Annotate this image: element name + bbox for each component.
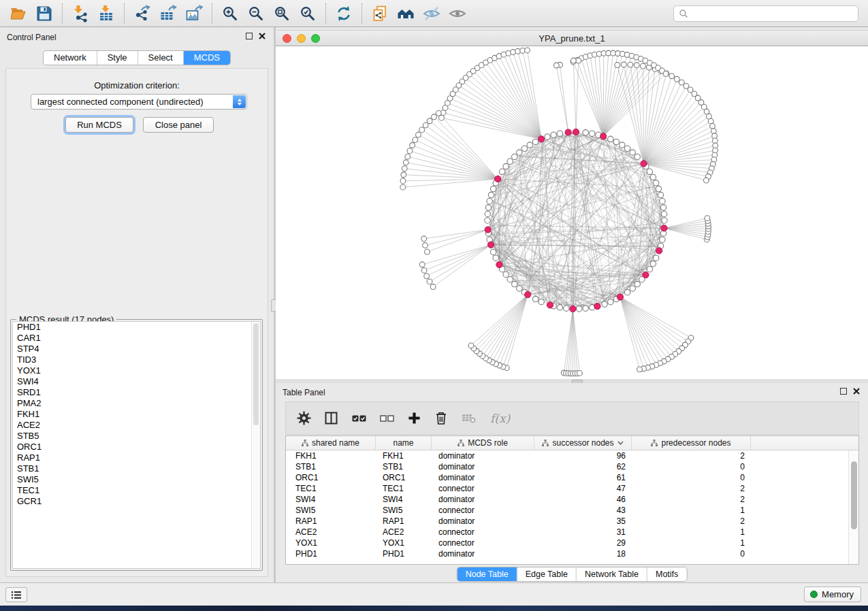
network-node[interactable] <box>564 306 569 311</box>
mcds-node-item[interactable]: FKH1 <box>13 409 260 420</box>
network-node[interactable] <box>427 118 432 124</box>
network-node[interactable] <box>532 296 538 301</box>
network-node[interactable] <box>410 143 415 148</box>
network-node[interactable] <box>423 122 428 128</box>
network-node[interactable] <box>407 148 413 154</box>
table-row[interactable]: SWI5SWI5connector431 <box>286 505 858 516</box>
close-panel-icon[interactable] <box>853 388 860 395</box>
network-node[interactable] <box>545 134 550 139</box>
mcds-node-item[interactable]: STP4 <box>13 344 260 354</box>
network-hub-node[interactable] <box>525 291 531 297</box>
table-row[interactable]: PHD1PHD1dominator180 <box>286 548 858 559</box>
network-node[interactable] <box>710 123 716 129</box>
network-hub-node[interactable] <box>656 248 662 254</box>
network-node[interactable] <box>423 243 428 248</box>
mcds-node-item[interactable]: SRD1 <box>13 387 260 398</box>
network-node[interactable] <box>490 249 496 254</box>
table-row[interactable]: TEC1TEC1connector472 <box>286 483 858 494</box>
network-node[interactable] <box>487 199 492 204</box>
network-node[interactable] <box>712 133 718 139</box>
column-header-predecessor-nodes[interactable]: predecessor nodes <box>632 436 751 450</box>
network-node[interactable] <box>634 154 640 159</box>
network-node[interactable] <box>557 131 562 136</box>
network-node[interactable] <box>401 172 406 178</box>
network-node[interactable] <box>507 277 513 282</box>
network-node[interactable] <box>662 218 667 223</box>
network-node[interactable] <box>628 62 633 67</box>
mcds-list-scrollbar[interactable] <box>251 322 260 568</box>
mcds-node-item[interactable]: STB1 <box>13 463 260 474</box>
scrollbar-thumb[interactable] <box>851 461 857 529</box>
network-node[interactable] <box>419 127 425 133</box>
tab-edge-table[interactable]: Edge Table <box>517 567 577 581</box>
zoom-selected-button[interactable] <box>295 2 321 25</box>
search-box[interactable] <box>673 5 858 22</box>
network-node[interactable] <box>650 174 656 180</box>
network-node[interactable] <box>654 255 659 261</box>
task-history-button[interactable] <box>5 587 27 602</box>
network-node[interactable] <box>615 63 620 68</box>
network-node[interactable] <box>405 154 411 159</box>
network-node[interactable] <box>620 142 625 148</box>
network-node[interactable] <box>413 137 418 143</box>
tab-mcds[interactable]: MCDS <box>184 51 230 65</box>
export-image-button[interactable] <box>181 2 207 25</box>
network-node[interactable] <box>403 160 408 165</box>
mcds-node-item[interactable]: PMA2 <box>13 398 260 409</box>
network-node[interactable] <box>570 58 576 63</box>
network-node[interactable] <box>660 237 665 242</box>
tab-motifs[interactable]: Motifs <box>647 567 686 581</box>
network-node[interactable] <box>488 192 494 197</box>
network-node[interactable] <box>507 159 513 164</box>
network-hub-node[interactable] <box>547 302 553 308</box>
network-node[interactable] <box>583 130 588 135</box>
mcds-node-item[interactable]: TEC1 <box>13 485 260 496</box>
network-node[interactable] <box>425 249 430 254</box>
mcds-node-item[interactable]: PHD1 <box>13 322 260 333</box>
close-panel-button[interactable]: Close panel <box>143 117 214 133</box>
network-hub-node[interactable] <box>600 133 607 139</box>
import-network-button[interactable] <box>67 2 93 25</box>
select-all-columns-button[interactable] <box>352 413 366 424</box>
table-row[interactable]: YOX1YOX1connector291 <box>286 538 858 548</box>
network-node[interactable] <box>551 132 556 137</box>
zoom-out-button[interactable] <box>243 2 269 25</box>
network-node[interactable] <box>432 114 437 120</box>
table-row[interactable]: RAP1RAP1dominator352 <box>286 516 858 527</box>
run-mcds-button[interactable]: Run MCDS <box>65 117 133 133</box>
mcds-node-item[interactable]: STB5 <box>13 431 260 442</box>
table-row[interactable]: FKH1FKH1dominator962 <box>286 450 858 461</box>
network-node[interactable] <box>661 211 666 216</box>
network-node[interactable] <box>634 63 639 68</box>
network-node[interactable] <box>539 299 544 304</box>
network-node[interactable] <box>424 274 430 279</box>
network-node[interactable] <box>589 131 594 136</box>
scrollbar-thumb[interactable] <box>253 323 259 425</box>
tab-select[interactable]: Select <box>138 51 184 65</box>
network-node[interactable] <box>517 286 522 291</box>
import-table-button[interactable] <box>93 2 119 25</box>
network-node[interactable] <box>674 76 679 82</box>
mcds-node-item[interactable]: GCR1 <box>13 496 260 507</box>
table-scrollbar[interactable] <box>848 450 858 564</box>
network-node[interactable] <box>499 169 504 174</box>
tab-network[interactable]: Network <box>44 51 97 65</box>
network-node[interactable] <box>400 178 406 184</box>
column-header-mcds-role[interactable]: MCDS role <box>432 436 534 450</box>
network-node[interactable] <box>503 271 509 277</box>
network-node[interactable] <box>577 306 582 312</box>
network-node[interactable] <box>436 110 441 116</box>
show-all-button[interactable] <box>445 2 470 25</box>
network-node[interactable] <box>608 136 613 142</box>
network-node[interactable] <box>660 199 665 204</box>
network-node[interactable] <box>421 268 427 274</box>
mcds-result-list[interactable]: PHD1CAR1STP4TID3YOX1SWI4SRD1PMA2FKH1ACE2… <box>12 321 261 569</box>
add-column-button[interactable] <box>408 412 421 425</box>
close-panel-icon[interactable] <box>259 33 266 39</box>
memory-button[interactable]: Memory <box>804 587 861 602</box>
network-node[interactable] <box>658 192 663 197</box>
network-node[interactable] <box>660 205 666 210</box>
network-node[interactable] <box>630 286 635 291</box>
network-node[interactable] <box>402 166 407 171</box>
network-node[interactable] <box>527 142 532 148</box>
